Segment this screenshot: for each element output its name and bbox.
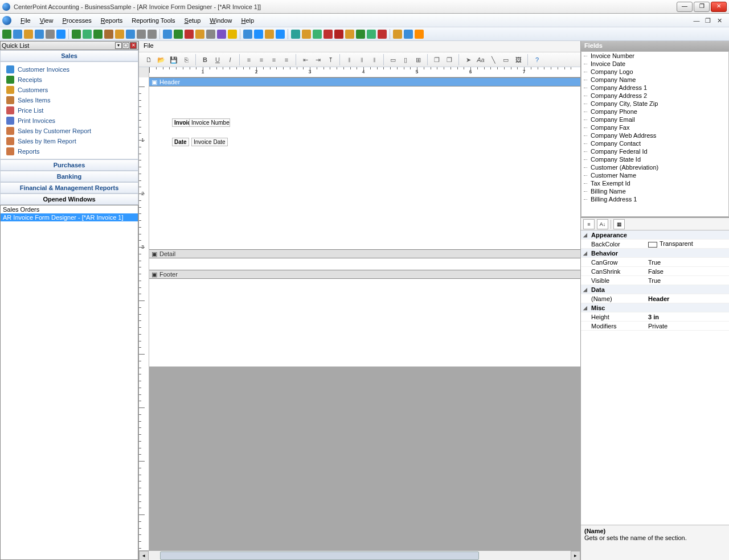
toolbar-icon[interactable]: [72, 30, 81, 39]
menu-window[interactable]: Window: [205, 16, 236, 25]
underline-icon[interactable]: U: [212, 55, 223, 65]
toolbar-icon[interactable]: [334, 30, 343, 39]
toolbar-icon[interactable]: [228, 30, 237, 39]
section-header-bar[interactable]: ▣Header: [149, 77, 580, 87]
toolbar-icon[interactable]: [313, 30, 322, 39]
open-icon[interactable]: 📂: [156, 55, 166, 65]
toolbar-icon[interactable]: [415, 30, 424, 39]
field-item[interactable]: Company Fax: [581, 123, 728, 131]
toolbar-icon[interactable]: [93, 30, 103, 39]
field-bound[interactable]: Invoice Number: [189, 118, 230, 127]
toolbar-icon[interactable]: [115, 30, 124, 39]
line-tool-icon[interactable]: ╲: [488, 55, 498, 65]
rect-tool-icon[interactable]: ▭: [501, 55, 511, 65]
order-icon[interactable]: ❐: [432, 55, 442, 65]
toolbar-icon[interactable]: [35, 30, 44, 39]
toolbar-icon[interactable]: [83, 30, 92, 39]
field-item[interactable]: Company Name: [581, 76, 728, 84]
align-edge-icon[interactable]: ⇥: [313, 55, 323, 65]
mdi-restore-button[interactable]: ❐: [704, 17, 712, 24]
size-icon[interactable]: ⊞: [413, 55, 423, 65]
section-footer-bar[interactable]: ▣Footer: [149, 270, 580, 279]
quick-list-section-financial[interactable]: Financial & Management Reports: [0, 182, 138, 193]
field-item[interactable]: Company Address 1: [581, 84, 728, 92]
quick-list-item[interactable]: Price List: [1, 105, 138, 116]
export-icon[interactable]: ⎘: [181, 55, 191, 65]
scroll-right-icon[interactable]: ▸: [571, 551, 580, 561]
field-item[interactable]: Company State Id: [581, 155, 728, 163]
field-item[interactable]: Company Logo: [581, 68, 728, 76]
field-item[interactable]: Company Contact: [581, 139, 728, 147]
quick-list-item[interactable]: Receipts: [1, 75, 138, 85]
mdi-minimize-button[interactable]: —: [693, 17, 701, 24]
quick-list-close-icon[interactable]: ✕: [130, 42, 137, 49]
toolbar-icon[interactable]: [254, 30, 263, 39]
toolbar-icon[interactable]: [393, 30, 402, 39]
quick-list-item[interactable]: Sales Items: [1, 95, 138, 105]
expand-icon[interactable]: ◢: [581, 250, 589, 256]
image-tool-icon[interactable]: 🖼: [513, 55, 523, 65]
help-icon[interactable]: ?: [532, 55, 542, 65]
toolbar-icon[interactable]: [56, 30, 65, 39]
expand-icon[interactable]: ◢: [581, 305, 589, 311]
align-center-icon[interactable]: ≡: [256, 55, 267, 65]
field-item[interactable]: Customer Name: [581, 171, 728, 179]
align-right-icon[interactable]: ≡: [269, 55, 279, 65]
toolbar-icon[interactable]: [137, 30, 146, 39]
toolbar-icon[interactable]: [148, 30, 157, 39]
mdi-close-button[interactable]: ✕: [715, 17, 723, 24]
field-label[interactable]: Date: [172, 138, 189, 146]
detail-section-body[interactable]: [149, 258, 580, 270]
opened-window-item[interactable]: Sales Orders: [1, 205, 138, 213]
toolbar-icon[interactable]: [356, 30, 365, 39]
menu-file[interactable]: File: [16, 16, 35, 25]
order-icon[interactable]: ❐: [444, 55, 454, 65]
field-item[interactable]: Billing Address 1: [581, 195, 728, 203]
quick-list-section-banking[interactable]: Banking: [0, 171, 138, 182]
props-alphabetical-tab[interactable]: A↓: [597, 219, 608, 229]
maximize-button[interactable]: ❐: [694, 2, 710, 12]
menu-help[interactable]: Help: [236, 16, 259, 25]
field-item[interactable]: Company Web Address: [581, 131, 728, 139]
minimize-button[interactable]: —: [677, 2, 693, 12]
section-detail-bar[interactable]: ▣Detail: [149, 249, 580, 258]
footer-section-body[interactable]: [149, 279, 580, 367]
save-icon[interactable]: 💾: [169, 55, 179, 65]
toolbar-icon[interactable]: [2, 30, 11, 39]
fields-list[interactable]: Invoice NumberInvoice DateCompany LogoCo…: [581, 51, 729, 217]
align-edge-icon[interactable]: ⤒: [325, 55, 335, 65]
italic-icon[interactable]: I: [225, 55, 235, 65]
toolbar-icon[interactable]: [404, 30, 413, 39]
toolbar-icon[interactable]: [367, 30, 376, 39]
distribute-icon[interactable]: ⫴: [344, 55, 354, 65]
scroll-left-icon[interactable]: ◂: [139, 551, 149, 561]
pointer-icon[interactable]: ➤: [463, 55, 473, 65]
toolbar-icon[interactable]: [243, 30, 252, 39]
expand-icon[interactable]: ◢: [581, 232, 589, 238]
align-edge-icon[interactable]: ⇤: [300, 55, 310, 65]
field-item[interactable]: Tax Exempt Id: [581, 179, 728, 187]
quick-list-item[interactable]: Print Invoices: [1, 116, 138, 126]
close-button[interactable]: ✕: [711, 2, 727, 12]
designer-file-menu[interactable]: File: [144, 42, 154, 49]
toolbar-icon[interactable]: [302, 30, 311, 39]
field-item[interactable]: Customer (Abbreviation): [581, 163, 728, 171]
quick-list-collapse-icon[interactable]: ▢: [122, 42, 129, 49]
toolbar-icon[interactable]: [345, 30, 354, 39]
field-item[interactable]: Billing Name: [581, 187, 728, 195]
size-icon[interactable]: ▯: [400, 55, 411, 65]
toolbar-icon[interactable]: [265, 30, 274, 39]
quick-list-pin-icon[interactable]: ▾: [115, 42, 122, 49]
toolbar-icon[interactable]: [378, 30, 387, 39]
toolbar-icon[interactable]: [323, 30, 333, 39]
quick-list-item[interactable]: Reports: [1, 146, 138, 157]
size-icon[interactable]: ▭: [388, 55, 398, 65]
quick-list-item[interactable]: Customer Invoices: [1, 64, 138, 75]
field-item[interactable]: Invoice Number: [581, 52, 728, 60]
menu-reporting-tools[interactable]: Reporting Tools: [127, 16, 179, 25]
field-bound[interactable]: Invoice Date: [191, 138, 228, 146]
toolbar-icon[interactable]: [206, 30, 215, 39]
designer-canvas[interactable]: ▣Header Invoice # Invoice Number Date In…: [149, 77, 580, 550]
toolbar-icon[interactable]: [24, 30, 33, 39]
toolbar-icon[interactable]: [276, 30, 285, 39]
